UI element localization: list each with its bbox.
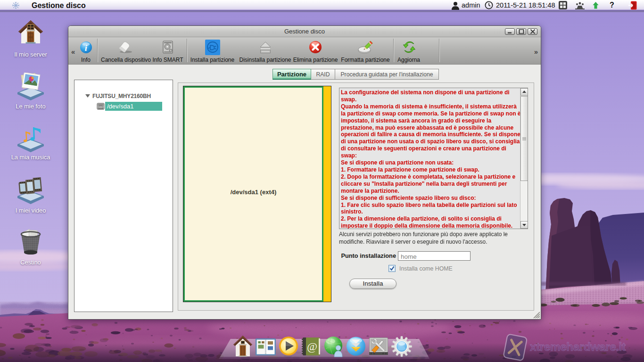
svg-text:@: @ [307,340,317,353]
svg-text:i: i [84,43,87,53]
